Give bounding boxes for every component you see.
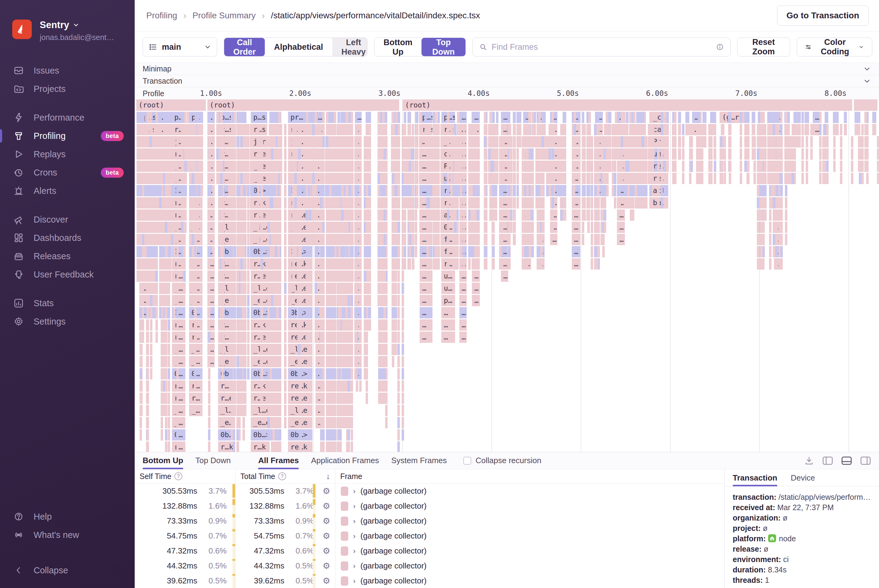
- flame-frame-cell[interactable]: [826, 160, 829, 172]
- flame-frame-cell[interactable]: [826, 148, 829, 160]
- flame-frame-cell[interactable]: [463, 209, 465, 221]
- flame-frame-cell[interactable]: _l…e: [251, 283, 267, 294]
- flame-frame-cell[interactable]: [858, 136, 860, 147]
- flame-frame-cell[interactable]: [591, 173, 593, 184]
- flame-frame-cell[interactable]: [284, 283, 287, 294]
- flame-frame-cell[interactable]: [392, 295, 394, 306]
- flame-frame-cell[interactable]: [591, 246, 593, 257]
- flame-frame-cell[interactable]: [315, 124, 317, 135]
- column-header-self-time[interactable]: Self Time?: [135, 469, 236, 483]
- flame-frame-cell[interactable]: [222, 283, 224, 294]
- flame-frame-cell[interactable]: [234, 320, 236, 331]
- flame-frame-cell[interactable]: [322, 356, 325, 367]
- flame-frame-cell[interactable]: [185, 173, 187, 184]
- flame-frame-cell[interactable]: [165, 234, 167, 245]
- flame-frame-cell[interactable]: [604, 197, 606, 208]
- flame-frame-cell[interactable]: [161, 320, 163, 331]
- flame-frame-cell[interactable]: [192, 197, 194, 208]
- flame-frame-cell[interactable]: [454, 197, 457, 208]
- flame-frame-cell[interactable]: [185, 148, 187, 160]
- flame-frame-cell[interactable]: [457, 124, 459, 135]
- flame-frame-cell[interactable]: [271, 320, 273, 331]
- flame-frame-cell[interactable]: [229, 258, 231, 270]
- flame-frame-cell[interactable]: [468, 258, 471, 270]
- flame-frame-cell[interactable]: [320, 307, 323, 318]
- flame-frame-cell[interactable]: [315, 160, 317, 172]
- flame-frame-cell[interactable]: [306, 320, 308, 331]
- flame-frame-cell[interactable]: [397, 283, 400, 294]
- flame-frame-cell[interactable]: [663, 124, 665, 135]
- flame-frame-cell[interactable]: [304, 173, 306, 184]
- flame-frame-cell[interactable]: [365, 197, 368, 208]
- flame-frame-cell[interactable]: [384, 320, 386, 331]
- flame-frame-cell[interactable]: …: [420, 320, 432, 331]
- flame-frame-cell[interactable]: [477, 136, 479, 147]
- flame-frame-cell[interactable]: [437, 222, 439, 233]
- flame-frame-cell[interactable]: [298, 185, 301, 196]
- flame-frame-cell[interactable]: [284, 246, 287, 257]
- flame-frame-cell[interactable]: [197, 112, 200, 123]
- flame-frame-cell[interactable]: [572, 197, 575, 208]
- flame-frame-cell[interactable]: [806, 160, 808, 172]
- flame-frame-cell[interactable]: [702, 112, 706, 123]
- flame-frame-cell[interactable]: [588, 160, 590, 172]
- flame-frame-cell[interactable]: [200, 209, 202, 221]
- flame-frame-cell[interactable]: [642, 148, 644, 160]
- flame-frame-cell[interactable]: [140, 393, 142, 404]
- flame-frame-cell[interactable]: [194, 368, 196, 380]
- flame-frame-cell[interactable]: _e…e: [251, 295, 267, 306]
- flame-frame-cell[interactable]: [212, 234, 215, 245]
- flame-frame-cell[interactable]: [168, 405, 170, 416]
- flame-frame-cell[interactable]: [398, 222, 400, 233]
- flame-frame-cell[interactable]: [261, 393, 263, 404]
- flame-frame-cell[interactable]: [502, 148, 505, 160]
- flame-frame-cell[interactable]: [859, 173, 861, 184]
- flame-frame-cell[interactable]: [557, 160, 560, 172]
- flame-frame-cell[interactable]: [508, 258, 510, 270]
- flame-frame-cell[interactable]: [168, 307, 170, 318]
- flame-frame-cell[interactable]: [508, 222, 510, 233]
- flame-frame-cell[interactable]: [228, 136, 231, 147]
- flame-frame-cell[interactable]: [426, 185, 429, 196]
- flame-frame-cell[interactable]: [470, 148, 473, 160]
- flame-frame-cell[interactable]: [764, 148, 766, 160]
- flame-frame-cell[interactable]: [140, 148, 142, 160]
- flame-frame-cell[interactable]: [397, 405, 400, 416]
- flame-frame-cell[interactable]: [474, 258, 477, 270]
- flame-frame-cell[interactable]: [298, 258, 301, 270]
- flame-frame-cell[interactable]: [167, 185, 170, 196]
- flame-frame-cell[interactable]: [288, 185, 291, 196]
- flame-frame-cell[interactable]: [140, 283, 142, 294]
- flame-frame-cell[interactable]: [447, 234, 449, 245]
- flame-frame-cell[interactable]: [521, 246, 524, 257]
- flame-frame-cell[interactable]: [604, 185, 606, 196]
- flame-frame-cell[interactable]: [769, 246, 771, 257]
- flame-frame-cell[interactable]: [140, 173, 142, 184]
- flame-frame-cell[interactable]: [177, 136, 179, 147]
- flame-frame-cell[interactable]: [851, 136, 853, 147]
- flame-frame-cell[interactable]: [606, 148, 608, 160]
- flame-frame-cell[interactable]: [306, 234, 308, 245]
- flame-frame-cell[interactable]: [271, 185, 273, 196]
- flame-frame-cell[interactable]: [495, 209, 497, 221]
- flame-frame-cell[interactable]: [551, 124, 554, 135]
- flame-frame-cell[interactable]: [454, 173, 457, 184]
- flame-frame-cell[interactable]: [284, 197, 287, 208]
- flame-frame-cell[interactable]: [526, 246, 528, 257]
- flame-frame-cell[interactable]: [426, 222, 429, 233]
- flame-frame-cell[interactable]: [674, 112, 676, 123]
- flame-frame-cell[interactable]: [510, 197, 512, 208]
- flame-frame-cell[interactable]: [625, 148, 628, 160]
- flame-frame-cell[interactable]: [663, 160, 666, 172]
- flame-frame-cell[interactable]: [760, 246, 763, 257]
- flame-frame-cell[interactable]: [764, 197, 766, 208]
- flame-frame-cell[interactable]: [450, 197, 453, 208]
- flame-frame-cell[interactable]: [764, 136, 766, 147]
- flame-frame-cell[interactable]: [825, 112, 828, 123]
- flame-frame-cell[interactable]: [777, 112, 779, 123]
- flame-frame-cell[interactable]: [463, 136, 465, 147]
- flame-frame-cell[interactable]: [426, 160, 429, 172]
- flame-frame-cell[interactable]: [298, 320, 301, 331]
- flame-frame-cell[interactable]: [299, 405, 302, 416]
- flame-frame-cell[interactable]: [168, 356, 170, 367]
